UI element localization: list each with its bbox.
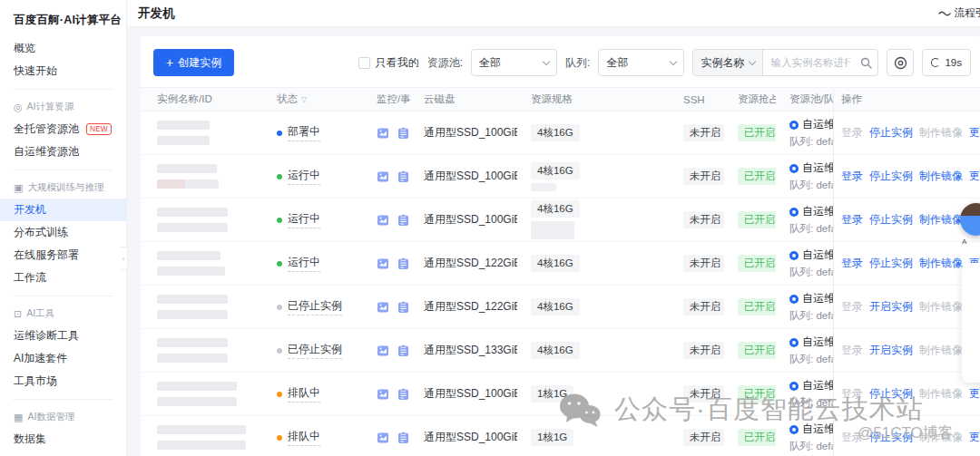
col-status[interactable]: 状态 ▽ [263, 88, 363, 111]
action-make-image[interactable]: 制作镜像 [919, 169, 963, 184]
event-log-icon[interactable] [397, 344, 409, 357]
sidebar-item[interactable]: 在线服务部署 [0, 244, 126, 267]
event-log-icon[interactable] [397, 301, 409, 314]
ssh-badge: 未开启 [683, 168, 724, 185]
only-mine-checkbox[interactable] [358, 57, 370, 69]
action-stop-instance[interactable]: 停止实例 [869, 386, 913, 402]
instance-name-cell[interactable] [141, 164, 263, 189]
action-login[interactable]: 登录 [841, 343, 863, 358]
sidebar-item[interactable]: 快速开始 [0, 60, 126, 82]
action-more[interactable]: 更多 [969, 169, 980, 184]
sidebar-item[interactable]: 工具市场 [0, 370, 126, 393]
instance-name-cell[interactable] [141, 382, 263, 406]
action-start-instance[interactable]: 开启实例 [869, 299, 913, 315]
sidebar-item[interactable]: 分布式训练 [0, 221, 126, 244]
action-stop-instance[interactable]: 停止实例 [869, 169, 913, 184]
event-log-icon[interactable] [397, 432, 409, 444]
action-more[interactable]: 更多 [969, 386, 980, 402]
monitor-chart-icon[interactable] [377, 301, 389, 314]
pool-name: 自运维 [802, 160, 833, 176]
monitor-chart-icon[interactable] [377, 432, 389, 444]
sidebar-item[interactable]: AI加速套件 [0, 347, 126, 370]
search-group: 实例名称 [692, 49, 878, 76]
search-type-select[interactable]: 实例名称 [693, 50, 763, 75]
action-make-image[interactable]: 制作镜像 [919, 256, 963, 271]
instance-name-cell[interactable] [141, 295, 263, 319]
action-stop-instance[interactable]: 停止实例 [869, 430, 913, 445]
create-instance-button[interactable]: + 创建实例 [153, 49, 234, 76]
action-make-image[interactable]: 制作镜像 [919, 125, 963, 141]
queue-select[interactable]: 全部 [598, 49, 684, 76]
spec-cell: 1核1G [517, 429, 670, 446]
action-start-instance[interactable]: 开启实例 [869, 343, 913, 358]
action-login[interactable]: 登录 [841, 386, 863, 402]
action-login[interactable]: 登录 [841, 430, 863, 445]
sidebar-item-label: 数据集 [14, 432, 46, 447]
action-login[interactable]: 登录 [841, 169, 863, 184]
sidebar-item[interactable]: 模型 [0, 451, 126, 456]
action-label: 登录 [841, 386, 863, 402]
action-login[interactable]: 登录 [841, 212, 863, 228]
action-make-image[interactable]: 制作镜像 [919, 386, 963, 402]
sidebar-item[interactable]: 工作流 [0, 267, 126, 289]
action-make-image[interactable]: 制作镜像 [919, 299, 963, 315]
status-dot [277, 174, 282, 179]
status-dot [277, 348, 282, 354]
event-log-icon[interactable] [397, 214, 409, 227]
sidebar-item[interactable]: 开发机 [0, 199, 126, 221]
assistant-panel[interactable] [962, 263, 980, 383]
monitor-chart-icon[interactable] [377, 257, 389, 270]
sidebar-item[interactable]: 自运维资源池 [0, 141, 126, 163]
sidebar-item[interactable]: 概览 [0, 37, 126, 60]
column-settings-button[interactable] [887, 49, 914, 76]
monitor-chart-icon[interactable] [377, 170, 389, 183]
action-login[interactable]: 登录 [841, 125, 863, 141]
instance-name-cell[interactable] [141, 208, 263, 232]
action-stop-instance[interactable]: 停止实例 [869, 125, 913, 141]
action-make-image[interactable]: 制作镜像 [919, 212, 963, 228]
sidebar-divider [13, 296, 113, 296]
search-icon[interactable] [854, 57, 877, 69]
event-log-icon[interactable] [397, 127, 409, 140]
event-log-icon[interactable] [397, 170, 409, 183]
table-row: 排队中 通用型SSD_100GiB [141, 373, 980, 416]
search-input[interactable] [763, 57, 854, 68]
event-log-icon[interactable] [397, 388, 409, 401]
process-guide-link[interactable]: 流程引 [938, 6, 980, 20]
instance-name-cell[interactable] [141, 425, 263, 450]
preempt-cell: 已开启 [724, 342, 776, 359]
event-log-icon[interactable] [397, 257, 409, 270]
action-make-image[interactable]: 制作镜像 [919, 343, 963, 358]
pool-type-icon [789, 295, 799, 304]
sidebar-collapse-handle[interactable]: ‹ [120, 247, 128, 270]
filter-icon[interactable]: ▽ [301, 95, 307, 103]
auto-refresh-button[interactable]: 19s [922, 49, 971, 76]
monitor-chart-icon[interactable] [377, 214, 389, 227]
monitor-chart-icon[interactable] [377, 344, 389, 357]
pool-select[interactable]: 全部 [471, 49, 557, 76]
sidebar-item[interactable]: 运维诊断工具 [0, 325, 126, 347]
assistant-widget[interactable]: A [960, 203, 980, 246]
status-text: 部署中 [288, 124, 320, 141]
spec-badge: 4核16G [531, 200, 580, 218]
queue-value: defau [816, 354, 833, 364]
monitor-chart-icon[interactable] [377, 127, 389, 140]
table-row: 运行中 通用型SSD_100GiB [141, 199, 980, 242]
disk-cell: 通用型SSD_100GiB [410, 125, 517, 141]
pool-cell: 自运维 队列: defau [776, 160, 833, 192]
action-login[interactable]: 登录 [841, 256, 863, 271]
table-row: 已停止实例 通用型SSD_133GiB [141, 329, 980, 373]
instance-name-cell[interactable] [141, 121, 263, 145]
instance-name-cell[interactable] [141, 251, 263, 276]
monitor-chart-icon[interactable] [377, 388, 389, 401]
action-make-image[interactable]: 制作镜像 [919, 430, 963, 445]
sidebar-item[interactable]: 数据集 [0, 428, 126, 451]
action-more[interactable]: 更多 [969, 125, 980, 141]
instance-name-cell[interactable] [141, 338, 263, 363]
action-login[interactable]: 登录 [841, 299, 863, 315]
sidebar-item[interactable]: 全托管资源池NEW [0, 118, 126, 141]
action-stop-instance[interactable]: 停止实例 [869, 256, 913, 271]
action-more[interactable]: 更多 [969, 430, 980, 445]
action-stop-instance[interactable]: 停止实例 [869, 212, 913, 228]
redacted-instance-id [157, 136, 210, 145]
